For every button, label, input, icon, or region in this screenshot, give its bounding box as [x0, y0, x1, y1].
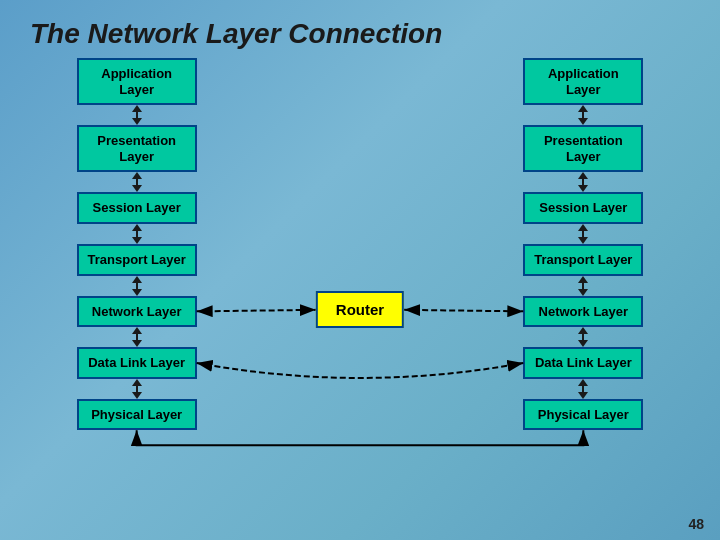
left-arrow-1 — [132, 172, 142, 192]
right-layer-0: Application Layer — [523, 58, 643, 125]
right-layer-box-3: Transport Layer — [523, 244, 643, 276]
left-layer-box-3: Transport Layer — [77, 244, 197, 276]
right-layer-6: Physical Layer — [523, 399, 643, 431]
left-layer-box-6: Physical Layer — [77, 399, 197, 431]
left-layer-2: Session Layer — [77, 192, 197, 244]
right-osi-stack: Application LayerPresentation LayerSessi… — [523, 58, 643, 430]
page-title: The Network Layer Connection — [0, 0, 720, 58]
left-arrow-5 — [132, 379, 142, 399]
left-layer-box-4: Network Layer — [77, 296, 197, 328]
left-arrow-0 — [132, 105, 142, 125]
right-layer-box-5: Data Link Layer — [523, 347, 643, 379]
right-layer-box-4: Network Layer — [523, 296, 643, 328]
left-layer-5: Data Link Layer — [77, 347, 197, 399]
left-layer-1: Presentation Layer — [77, 125, 197, 192]
right-arrow-5 — [578, 379, 588, 399]
left-layer-box-1: Presentation Layer — [77, 125, 197, 172]
left-layer-box-0: Application Layer — [77, 58, 197, 105]
right-layer-box-2: Session Layer — [523, 192, 643, 224]
right-arrow-2 — [578, 224, 588, 244]
page-number: 48 — [688, 516, 704, 532]
left-layer-0: Application Layer — [77, 58, 197, 125]
right-layer-1: Presentation Layer — [523, 125, 643, 192]
right-layer-2: Session Layer — [523, 192, 643, 244]
left-arrow-3 — [132, 276, 142, 296]
right-layer-box-0: Application Layer — [523, 58, 643, 105]
right-arrow-3 — [578, 276, 588, 296]
right-layer-3: Transport Layer — [523, 244, 643, 296]
right-layer-5: Data Link Layer — [523, 347, 643, 399]
right-arrow-0 — [578, 105, 588, 125]
right-layer-4: Network Layer — [523, 296, 643, 348]
right-arrow-1 — [578, 172, 588, 192]
right-arrow-4 — [578, 327, 588, 347]
left-layer-6: Physical Layer — [77, 399, 197, 431]
left-layer-4: Network Layer — [77, 296, 197, 348]
left-arrow-2 — [132, 224, 142, 244]
left-arrow-4 — [132, 327, 142, 347]
right-layer-box-1: Presentation Layer — [523, 125, 643, 172]
right-layer-box-6: Physical Layer — [523, 399, 643, 431]
left-layer-box-2: Session Layer — [77, 192, 197, 224]
left-layer-3: Transport Layer — [77, 244, 197, 296]
left-layer-box-5: Data Link Layer — [77, 347, 197, 379]
left-osi-stack: Application LayerPresentation LayerSessi… — [77, 58, 197, 430]
router-box: Router — [316, 291, 404, 328]
